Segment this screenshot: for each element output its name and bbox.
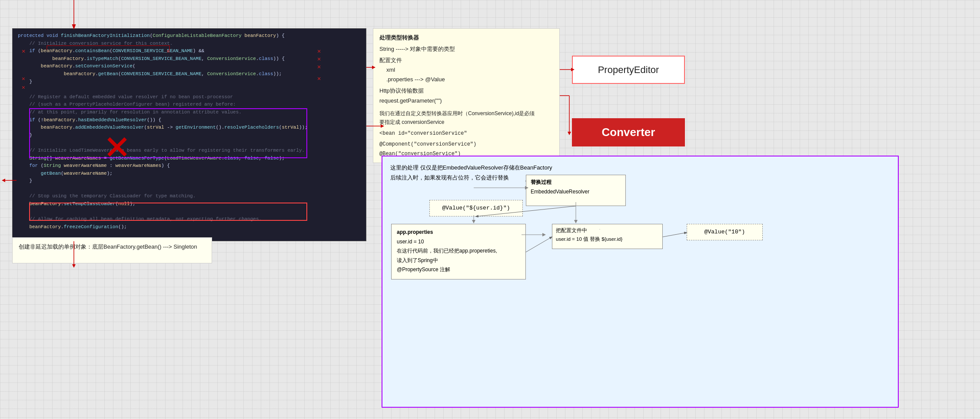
xml-label: xml — [386, 65, 553, 75]
svg-marker-20 — [568, 132, 571, 135]
svg-marker-24 — [2, 179, 5, 182]
converter-box: Converter — [572, 118, 685, 146]
component-label: @Component("conversionService") — [379, 140, 553, 149]
canvas: ✕ ✕ ✕ ✕ ✕ ✕ ✕ ✕ — [0, 0, 980, 419]
type-converter-annotation: 处理类型转换器 String -----> 对象中需要的类型 配置文件 xml … — [373, 28, 560, 163]
svg-line-37 — [663, 233, 687, 237]
config-text2: user.id = 10 值 替换 ${user.id} — [556, 235, 659, 244]
x-mark-overlay — [104, 135, 130, 159]
app-note2: 读入到了Spring中 — [397, 256, 520, 266]
bottom-left-annotation: 创建非延迟加载的单例对象：底层BeanFactory.getBean() ---… — [12, 237, 212, 263]
app-title: app.properties — [397, 228, 520, 237]
type-converter-title: 处理类型转换器 — [379, 33, 553, 43]
code-content: protected void finishBeanFactoryInitiali… — [13, 29, 366, 241]
config-text1: 把配置文件中 — [556, 226, 659, 235]
value-annotation-box: @Value("${user.id}") — [429, 200, 523, 216]
properties-label: .properties ---> @Value — [386, 75, 553, 84]
blue-box-arrows — [382, 156, 898, 407]
replace-process-box: 替换过程 EmbeddedValueResolver — [526, 175, 626, 206]
svg-marker-13 — [72, 264, 76, 268]
property-editor-label: PropertyEditor — [598, 64, 659, 76]
request-label: request.getParameter("") — [379, 96, 553, 106]
code-editor: protected void finishBeanFactoryInitiali… — [12, 28, 366, 241]
blue-annotation-box: 这里的处理 仅仅是把EmbededValueResolver存储在BeanFac… — [382, 156, 899, 408]
blue-line1: 这里的处理 仅仅是把EmbededValueResolver存储在BeanFac… — [390, 163, 890, 173]
value-annotation-text: @Value("${user.id}") — [442, 203, 510, 213]
config-text-box: 把配置文件中 user.id = 10 值 替换 ${user.id} — [552, 224, 663, 249]
bottom-left-text: 创建非延迟加载的单例对象：底层BeanFactory.getBean() ---… — [19, 243, 197, 250]
app-note3: @PropertySource 注解 — [397, 265, 520, 275]
custom-note1: 我们在通过自定义类型转换器应用时（ConversionService),id是必… — [379, 109, 553, 118]
bean-id: <bean id="conversionService" — [379, 129, 553, 138]
property-editor-box: PropertyEditor — [572, 56, 685, 84]
app-note1: 在这行代码前，我们已经把app.propereties, — [397, 246, 520, 256]
http-label: Http协议传输数据 — [379, 86, 553, 96]
type-string-line: String -----> 对象中需要的类型 — [379, 44, 553, 54]
replace-value: EmbeddedValueResolver — [531, 187, 621, 197]
config-file-label: 配置文件 — [379, 56, 553, 65]
svg-line-36 — [526, 237, 552, 252]
blue-line2: 后续注入时，如果发现有占位符，它会进行替换 — [390, 173, 890, 183]
custom-note2: 要指定成 conversionService — [379, 118, 553, 126]
value-ten-box: @Value("10") — [687, 224, 763, 240]
app-user-id: user.id = 10 — [397, 237, 520, 247]
app-properties-box: app.properties user.id = 10 在这行代码前，我们已经把… — [391, 224, 526, 279]
value-ten-text: @Value("10") — [704, 227, 745, 237]
converter-label: Converter — [602, 126, 655, 139]
replace-title: 替换过程 — [531, 178, 621, 187]
